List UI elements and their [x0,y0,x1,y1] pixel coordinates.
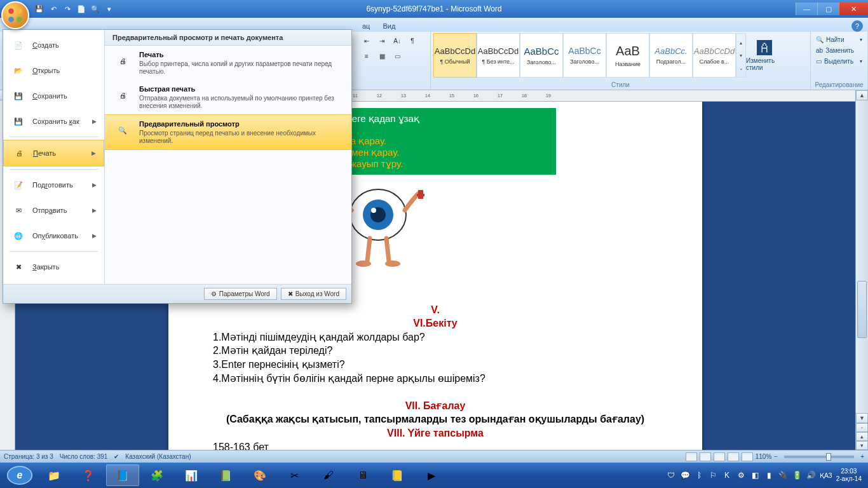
tab-fragment[interactable]: ац [356,20,376,32]
style-weak[interactable]: AaBbCcDd Слабое в... [693,33,736,78]
svg-point-1 [17,8,22,14]
task-explorer[interactable]: 📁 [37,464,71,486]
tray-app-icon[interactable]: ◧ [750,470,760,480]
tray-clock[interactable]: 23:03 2-ақп-14 [836,468,862,483]
close-button[interactable]: ✕ [839,3,868,15]
view-draft[interactable] [742,452,753,461]
start-button[interactable]: e [3,463,37,488]
tray-bluetooth-icon[interactable]: ᛒ [694,470,704,480]
menu-new[interactable]: 📄 Создать [3,32,104,58]
styles-more-button[interactable]: ▴▾⌄ [736,33,746,78]
tray-net-icon[interactable]: ▮ [764,470,774,480]
qat-dropdown-icon[interactable]: ▾ [104,4,114,14]
change-styles-button[interactable]: 🅰 Изменить стили [746,33,783,78]
office-button[interactable] [1,1,29,29]
close-doc-icon: ✖ [11,259,26,274]
tray-gear-icon[interactable]: ⚙ [736,470,746,480]
task-word[interactable]: 📘 [106,464,139,486]
sort-icon[interactable]: A↓ [390,34,404,47]
view-outline[interactable] [728,452,739,461]
task-powerpoint[interactable]: 📊 [175,464,208,486]
spellcheck-icon[interactable]: ✔ [114,453,119,460]
task-help[interactable]: ❓ [72,464,105,486]
shading-icon[interactable]: ▦ [375,50,389,62]
save-as-icon: 💾 [11,114,26,129]
borders-icon[interactable]: ▭ [390,50,404,62]
office-menu-commands: 📄 Создать 📂 Открыть 💾 Сохранить 💾 Сохран… [3,30,105,284]
task-notes[interactable]: 📒 [381,464,414,486]
tray-language[interactable]: ҚАЗ [820,472,832,479]
style-subtitle[interactable]: AaBbCc. Подзагол... [649,33,693,78]
style-heading2[interactable]: AaBbCc Заголово... [563,33,606,78]
indent-icon[interactable]: ⇥ [375,34,389,47]
find-button[interactable]: 🔍Найти▾ [813,34,865,45]
style-title[interactable]: AaB Название [606,33,649,78]
change-styles-icon: 🅰 [757,39,772,57]
new-doc-icon[interactable]: 📄 [76,4,86,14]
menu-close[interactable]: ✖ Закрыть [3,254,104,280]
task-paint[interactable]: 🖌 [312,464,345,486]
outdent-icon[interactable]: ⇤ [360,34,374,47]
submenu-print[interactable]: 🖨 Печать Выбор принтера, числа копий и д… [105,46,351,80]
menu-publish[interactable]: 🌐 Опубликовать ▶ [3,223,104,248]
zoom-in-button[interactable]: + [860,453,864,460]
word-options-button[interactable]: ⚙ Параметры Word [204,288,277,300]
view-print-layout[interactable] [686,452,697,461]
task-app1[interactable]: 🧩 [140,464,173,486]
replace-icon: ab [816,47,823,54]
status-page[interactable]: Страница: 3 из 3 [4,453,53,460]
style-no-spacing[interactable]: AaBbCcDd ¶ Без инте... [477,33,520,78]
editing-group: 🔍Найти▾ abЗаменить ▭Выделить▾ Редактиров… [811,32,868,90]
menu-print[interactable]: 🖨 Печать ▶ [3,140,104,166]
exit-word-button[interactable]: ✖ Выход из Word [281,288,346,300]
svg-point-2 [8,17,14,22]
printer-icon: 🖨 [112,51,133,71]
print-preview-qat-icon[interactable]: 🔍 [90,4,100,14]
tray-msg-icon[interactable]: 💬 [680,470,690,480]
scrollbar-thumb[interactable] [857,281,867,338]
undo-icon[interactable]: ↶ [48,4,58,14]
maximize-button[interactable]: ▢ [817,3,839,15]
select-button[interactable]: ▭Выделить▾ [813,56,865,67]
task-calc[interactable]: 🖥 [346,464,379,486]
task-media[interactable]: ▶ [415,464,448,486]
print-preview-icon: 🔍 [112,120,133,140]
help-icon[interactable]: ? [851,20,863,32]
tray-battery-icon[interactable]: 🔋 [792,470,802,480]
save-icon[interactable]: 💾 [34,4,44,14]
status-language[interactable]: Казахский (Казахстан) [125,453,191,460]
tab-view[interactable]: Вид [376,20,402,32]
save-icon: 💾 [11,88,26,104]
menu-prepare[interactable]: 📝 Подготовить ▶ [3,172,104,198]
menu-send[interactable]: ✉ Отправить ▶ [3,198,104,223]
tray-av-icon[interactable]: K [722,470,732,480]
status-word-count[interactable]: Число слов: 391 [60,453,108,460]
task-snip[interactable]: ✂ [278,464,311,486]
tray-power-icon[interactable]: 🔌 [778,470,788,480]
pilcrow-icon[interactable]: ¶ [405,34,419,47]
svg-text:e: e [17,470,23,480]
task-excel[interactable]: 📗 [209,464,242,486]
tray-volume-icon[interactable]: 🔊 [806,470,816,480]
replace-button[interactable]: abЗаменить [813,45,865,56]
view-full-screen[interactable] [700,452,711,461]
style-normal[interactable]: AaBbCcDd ¶ Обычный [433,33,477,78]
zoom-slider[interactable] [784,456,854,458]
tray-flag-icon[interactable]: ⚐ [708,470,718,480]
quick-print-icon: 🖨 [112,85,133,105]
redo-icon[interactable]: ↷ [62,4,72,14]
minimize-button[interactable]: — [796,3,817,15]
style-heading1[interactable]: AaBbCc Заголово... [520,33,563,78]
submenu-print-preview[interactable]: 🔍 Предварительный просмотр Просмотр стра… [105,114,351,150]
menu-save-as[interactable]: 💾 Сохранить как ▶ [3,109,104,134]
zoom-level[interactable]: 110% [756,453,772,460]
submenu-quick-print[interactable]: 🖨 Быстрая печать Отправка документа на и… [105,80,351,114]
tray-shield-icon[interactable]: 🛡 [666,470,676,480]
menu-save[interactable]: 💾 Сохранить [3,83,104,109]
task-app2[interactable]: 🎨 [243,464,276,486]
zoom-out-button[interactable]: − [774,453,778,460]
vertical-scrollbar[interactable]: ▲ ▼ ◦ ▴ ▾ [855,90,868,450]
view-web-layout[interactable] [714,452,725,461]
line-spacing-icon[interactable]: ≡ [360,50,374,62]
menu-open[interactable]: 📂 Открыть [3,58,104,83]
